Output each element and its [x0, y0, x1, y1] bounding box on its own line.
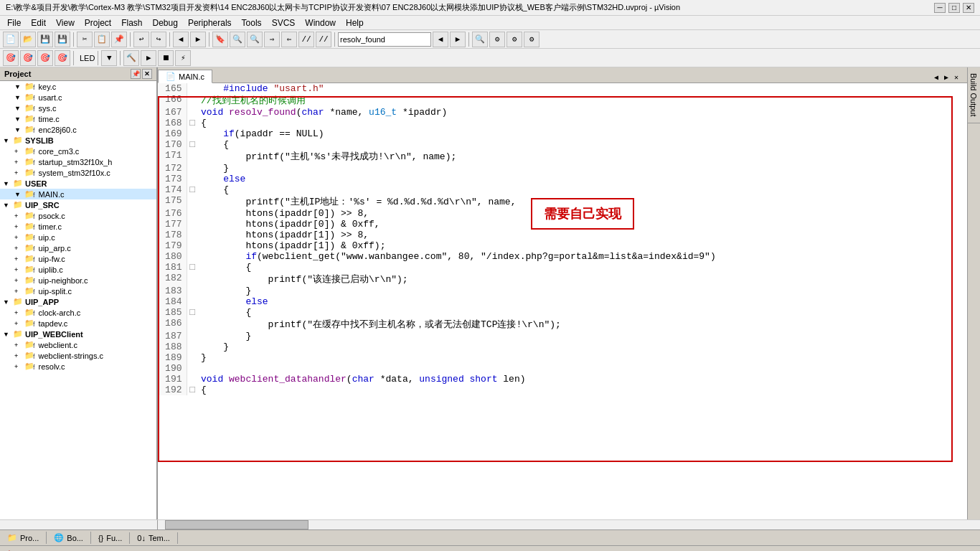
project-pin-button[interactable]: 📌 — [131, 69, 141, 79]
tree-item-main-c[interactable]: ▼📁fMAIN.c — [0, 189, 156, 199]
line-code[interactable]: { — [198, 385, 967, 395]
hscroll-track[interactable] — [158, 520, 980, 529]
line-code[interactable]: //找到主机名的时候调用 — [198, 94, 967, 107]
tree-item-tapdev-c[interactable]: +📁ftapdev.c — [0, 318, 156, 329]
tab-right-button[interactable]: ▶ — [944, 72, 954, 83]
tree-item-uip_webclient[interactable]: ▼📁UIP_WEBClient — [0, 329, 156, 339]
nav-back-button[interactable]: ◀ — [173, 32, 189, 47]
menu-item-help[interactable]: Help — [341, 17, 368, 29]
line-code[interactable]: printf("主机'%s'未寻找成功!\r\n", name); — [198, 150, 967, 163]
tree-item-key-c[interactable]: ▼📁fkey.c — [0, 81, 156, 92]
save-all-button[interactable]: 💾 — [55, 32, 70, 47]
tree-item-uiplib-c[interactable]: +📁fuiplib.c — [0, 264, 156, 275]
tree-item-resolv-c[interactable]: +📁fresolv.c — [0, 361, 156, 372]
menu-item-svcs[interactable]: SVCS — [268, 17, 300, 29]
build-btn4[interactable]: ⚡ — [175, 50, 191, 66]
tree-item-uip_arp-c[interactable]: +📁fuip_arp.c — [0, 242, 156, 253]
line-code[interactable]: } — [198, 163, 967, 174]
menu-item-view[interactable]: View — [52, 17, 79, 29]
menu-item-project[interactable]: Project — [80, 17, 116, 29]
undo-button[interactable]: ↩ — [133, 32, 149, 47]
tree-item-uip_src[interactable]: ▼📁UIP_SRC — [0, 199, 156, 210]
tree-item-enc28j60-c[interactable]: ▼📁fenc28j60.c — [0, 124, 156, 135]
line-code[interactable]: { — [198, 184, 967, 195]
tree-item-syslib[interactable]: ▼📁SYSLIB — [0, 135, 156, 146]
tree-item-sys-c[interactable]: ▼📁fsys.c — [0, 103, 156, 113]
line-code[interactable]: } — [198, 342, 967, 352]
line-code[interactable]: htons(ipaddr[1]) & 0xff); — [198, 240, 967, 251]
tree-item-webclient-c[interactable]: +📁fwebclient.c — [0, 339, 156, 350]
paste-button[interactable]: 📌 — [111, 32, 127, 47]
line-code[interactable]: } — [198, 331, 967, 342]
tree-item-system_stm32f10x-c[interactable]: +📁fsystem_stm32f10x.c — [0, 167, 156, 178]
menu-item-tools[interactable]: Tools — [237, 17, 266, 29]
menu-item-edit[interactable]: Edit — [27, 17, 50, 29]
target-btn1[interactable]: 🎯 — [3, 50, 19, 66]
search-forward-button[interactable]: ▶ — [450, 32, 466, 47]
config2-button[interactable]: ⚙ — [507, 32, 522, 47]
line-code[interactable]: htons(ipaddr[1]) >> 8, — [198, 230, 967, 240]
cut-button[interactable]: ✂ — [77, 32, 93, 47]
open-button[interactable]: 📂 — [20, 32, 36, 47]
books-bottom-tab[interactable]: 🌐 Bo... — [47, 532, 91, 544]
hscroll-area[interactable] — [0, 519, 980, 529]
project-close-button[interactable]: ✕ — [142, 69, 152, 79]
comment-button[interactable]: // — [298, 32, 314, 47]
line-code[interactable]: #include "usart.h" — [198, 83, 967, 94]
new-button[interactable]: 📄 — [3, 32, 19, 47]
tree-item-usart-c[interactable]: ▼📁fusart.c — [0, 92, 156, 103]
line-code[interactable]: printf("该连接已启动\r\n"); — [198, 273, 967, 286]
project-bottom-tab[interactable]: 📁 Pro... — [0, 532, 47, 544]
tree-item-psock-c[interactable]: +📁fpsock.c — [0, 210, 156, 221]
function-search-input[interactable] — [338, 32, 431, 47]
debug-btn1[interactable]: ▼ — [101, 50, 117, 66]
line-code[interactable]: void webclient_datahandler(char *data, u… — [198, 374, 967, 385]
tree-item-time-c[interactable]: ▼📁ftime.c — [0, 113, 156, 124]
indent-button[interactable]: ⇒ — [264, 32, 280, 47]
bookmark-button[interactable]: 🔖 — [212, 32, 228, 47]
save-button[interactable]: 💾 — [37, 32, 53, 47]
menu-item-file[interactable]: File — [3, 17, 25, 29]
project-tree[interactable]: ▼📁fkey.c▼📁fusart.c▼📁fsys.c▼📁ftime.c▼📁fen… — [0, 81, 156, 519]
build-output-tab[interactable]: Build Output — [968, 67, 980, 123]
line-code[interactable]: else — [198, 174, 967, 184]
tree-item-webclient-strings-c[interactable]: +📁fwebclient-strings.c — [0, 350, 156, 361]
find-button[interactable]: 🔍 — [230, 32, 245, 47]
copy-button[interactable]: 📋 — [94, 32, 110, 47]
line-code[interactable]: if(webclient_get("www.wanbangee.com", 80… — [198, 251, 967, 262]
maximize-button[interactable]: □ — [948, 3, 960, 13]
line-code[interactable] — [198, 363, 967, 374]
tree-item-user[interactable]: ▼📁USER — [0, 178, 156, 189]
uncomment-button[interactable]: // — [316, 32, 331, 47]
hscroll-thumb[interactable] — [165, 520, 308, 529]
inspect-button[interactable]: 🔍 — [472, 32, 488, 47]
tree-item-startup_stm32f10x_h[interactable]: +📁fstartup_stm32f10x_h — [0, 156, 156, 167]
templates-bottom-tab[interactable]: 0↓ Tem... — [130, 532, 178, 544]
minimize-button[interactable]: ─ — [934, 3, 946, 13]
tree-item-uip_app[interactable]: ▼📁UIP_APP — [0, 296, 156, 307]
target-btn2[interactable]: 🎯 — [20, 50, 36, 66]
redo-button[interactable]: ↪ — [151, 32, 166, 47]
line-code[interactable]: } — [198, 286, 967, 296]
tab-close-button[interactable]: ✕ — [954, 72, 964, 83]
tab-left-button[interactable]: ◀ — [934, 72, 944, 83]
menu-item-flash[interactable]: Flash — [117, 17, 146, 29]
search-button[interactable]: ◀ — [433, 32, 448, 47]
line-code[interactable]: { — [198, 139, 967, 150]
target-btn4[interactable]: 🎯 — [55, 50, 70, 66]
tree-item-uip-split-c[interactable]: +📁fuip-split.c — [0, 286, 156, 296]
main-c-tab[interactable]: 📄 MAIN.c — [158, 70, 212, 83]
tree-item-core_cm3-c[interactable]: +📁fcore_cm3.c — [0, 146, 156, 156]
tree-item-timer-c[interactable]: +📁ftimer.c — [0, 221, 156, 232]
line-code[interactable]: { — [198, 118, 967, 128]
menu-item-window[interactable]: Window — [301, 17, 340, 29]
menu-item-debug[interactable]: Debug — [149, 17, 182, 29]
tree-item-uip-fw-c[interactable]: +📁fuip-fw.c — [0, 253, 156, 264]
functions-bottom-tab[interactable]: {} Fu... — [91, 532, 130, 544]
find2-button[interactable]: 🔍 — [247, 32, 263, 47]
line-code[interactable]: { — [198, 307, 967, 318]
tree-item-uip-c[interactable]: +📁fuip.c — [0, 232, 156, 242]
config1-button[interactable]: ⚙ — [489, 32, 505, 47]
build-btn1[interactable]: 🔨 — [123, 50, 139, 66]
build-btn2[interactable]: ▶ — [141, 50, 156, 66]
